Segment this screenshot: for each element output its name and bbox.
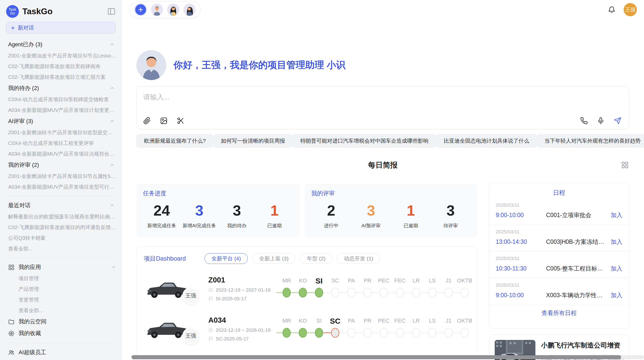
sidebar-item[interactable]: C0X4-动力总成开发项目工程变更评审 [8,138,116,148]
app-item-change-mgmt[interactable]: 变更管理 [8,294,116,305]
tab-powertrain[interactable]: 动总开发 (1) [337,253,380,264]
horizontal-scrollbar-track[interactable] [131,355,644,359]
suggestion-chip[interactable]: 欧洲新规最近颁布了什么? [136,134,213,148]
svg-text:PA: PA [348,318,355,324]
sidebar-ai-employee[interactable]: AI超级员工 [8,347,116,358]
join-link[interactable]: 加入 [611,238,622,246]
app-item-project-mgmt[interactable]: 项目管理 [8,273,116,284]
chevron-up-icon [110,119,115,124]
sidebar-item[interactable]: C02-飞腾新能源轻客改款项目里程碑画布 [8,61,116,72]
tab-year-model[interactable]: 年型 (2) [300,253,332,264]
schedule-date: 2025/03/11 [496,229,622,235]
input-toolbar-right [580,117,621,125]
sidebar-item[interactable]: A034-全新新能源MUV产品开发项目计划变更表编写 [8,105,116,115]
milestone-chain-svg: MRKOSISCPAPRPECFECLRLSJ1OKTB [276,313,475,343]
svg-text:MR: MR [282,277,291,284]
chevron-up-icon [110,203,115,208]
my-review-title: 我的评审 [311,189,471,197]
sidebar-divider [8,196,116,196]
join-link[interactable]: 加入 [611,265,622,273]
chat-input[interactable]: 请输入... [143,93,170,102]
svg-text:J1: J1 [446,277,451,284]
horizontal-scrollbar-thumb[interactable] [131,355,621,359]
my-apps-label: 我的应用 [19,263,41,271]
sidebar-section-recent[interactable]: 最近对话 [8,200,116,211]
project-row-a034[interactable]: 王强 A034 2023-12-19 ~ 2026-01-19 SC-2025-… [137,309,477,349]
schedule-title: 日程 [489,183,629,198]
layout-grid-icon[interactable] [621,161,629,169]
app-logo-text-bottom: Go [10,11,15,15]
recent-view-all[interactable]: 查看全部... [8,243,116,254]
sidebar-item[interactable]: C0X4-动力总成开发项目SI里程碑提交物检查 [8,94,116,105]
sidebar-help-write[interactable]: 帮我写作 [8,358,116,360]
sidebar-section-ai-review[interactable]: AI评审 (3) [8,115,116,127]
tab-new-platform[interactable]: 全新平台 (4) [204,253,248,264]
app-logo-text-top: Task [9,8,16,11]
svg-text:OKTB: OKTB [457,318,472,324]
section-label: Agent已办 (3) [8,41,42,48]
recent-conversation-item[interactable]: 公司Q3轻卡销量 [8,233,116,243]
suggestion-chip[interactable]: 比亚迪全固态电池计划具体说了什么 [436,134,537,148]
svg-text:KO: KO [299,318,307,324]
sidebar-item[interactable]: C02-飞腾新能源轻客改款项目立项汇报方案 [8,72,116,82]
project-date-range: 2023-12-19 ~ 2027-01-19 [216,287,271,293]
sidebar-section-my-review[interactable]: 我的评审 (2) [8,159,116,171]
send-icon[interactable] [614,117,621,125]
schedule-time: 9:00-10:00 [496,212,546,219]
sidebar-section-my-todo[interactable]: 我的待办 (2) [8,82,116,94]
chat-input-card: 请输入... [136,86,629,129]
project-row-z001[interactable]: 王强 Z001 2023-12-19 ~ 2027-01-19 SI-2025-… [137,268,477,309]
app-item-product-mgmt[interactable]: 产品管理 [8,284,116,294]
chevron-up-icon [110,162,115,168]
schedule-item: 2025/03/11 10:30-11:30 C005-整车工程目标评审 加入 [489,252,629,278]
recent-conversation-item[interactable]: 解释最新出台的欧盟报废车法规再生塑料比例被调至15%... [8,211,116,222]
daily-briefing-header: 每日简报 [136,160,629,170]
project-code: Z001 [208,276,276,284]
favorites-label: 我的收藏 [19,329,41,337]
daily-briefing-title: 每日简报 [368,161,398,169]
new-chat-label: 新对话 [18,24,34,31]
recent-conversation-item[interactable]: C02-飞腾新能源轻客改款项目的闭环通告反馈情况 [8,222,116,233]
join-link[interactable]: 加入 [611,211,622,219]
chevron-up-icon [110,86,115,91]
collapse-sidebar-icon[interactable] [107,7,116,16]
join-link[interactable]: 加入 [611,291,622,299]
dashboard-tabs: 全新平台 (4) 全新上装 (3) 年型 (2) 动总开发 (1) [204,253,380,264]
svg-text:PEC: PEC [378,318,389,324]
suggestion-chip[interactable]: 如何写一份清晰的项目周报 [213,134,293,148]
sidebar-favorites[interactable]: 我的收藏 [8,327,116,339]
sidebar-cloud-space[interactable]: 我的云空间 [8,316,116,327]
section-label: 我的评审 (2) [8,161,39,169]
scissors-icon[interactable] [177,117,184,125]
milestone-chain: MRKOSISCPAPRPECFECLRLSJ1OKTB [276,313,475,344]
sidebar-item[interactable]: A034-全新新能源MUV产品开发项目法规符合性评审 [8,148,116,159]
sidebar-item[interactable]: Z001-全新燃油轻卡产品开发项目SI造型提交物评审 [8,127,116,138]
sidebar-item[interactable]: Z001-全新燃油轻卡产品开发项目SI节点属性5D文件评审 [8,171,116,182]
view-all-schedule-link[interactable]: 查看所有日程 [489,305,629,321]
tab-new-body[interactable]: 全新上装 (3) [252,253,296,264]
svg-text:FEC: FEC [394,277,405,284]
suggestion-chips: 欧洲新规最近颁布了什么? 如何写一份清晰的项目周报 特朗普可能对进口汽车增税会对… [136,134,629,148]
sidebar-section-agent-done[interactable]: Agent已办 (3) [8,39,116,50]
svg-text:SI: SI [316,318,322,324]
apps-view-all[interactable]: 查看全部... [8,305,116,316]
section-label: 我的待办 (2) [8,84,39,92]
phone-icon[interactable] [580,117,588,125]
schedule-item: 2025/03/11 9:00-10:00 X003-车辆动力学性能验... 加… [489,278,629,305]
sidebar-my-apps[interactable]: 我的应用 [8,261,116,273]
project-car-image: 王强 [144,317,192,341]
sidebar-item[interactable]: Z001-全新燃油皮卡产品开发项目SI节点Lesson Learn报告 [8,50,116,61]
image-icon[interactable] [160,117,168,125]
attach-icon[interactable] [143,117,151,125]
microphone-icon[interactable] [597,117,605,125]
new-chat-button[interactable]: + 新对话 [6,22,115,34]
greeting-text: 你好，王强，我是你的项目管理助理 小识 [173,59,345,71]
dashboard-title: 项目Dashboard [144,254,186,263]
section-label: 最近对话 [8,202,31,209]
flag-icon [208,296,213,301]
suggestion-chip[interactable]: 特朗普可能对进口汽车增税会对中国车企造成哪些影响 [293,134,436,148]
schedule-item: 2025/03/11 9:00-10:00 C001-立项审批会 加入 [489,198,629,225]
suggestion-chip[interactable]: 当下年轻人对汽车外观有怎样的喜好趋势 [537,134,644,148]
main-area: 王强 你好，王强，我是你的项目管理助理 小识 请输入... [122,0,644,360]
sidebar-item[interactable]: A034-全新新能源MUV产品开发项目造型可行性评审 [8,182,116,192]
